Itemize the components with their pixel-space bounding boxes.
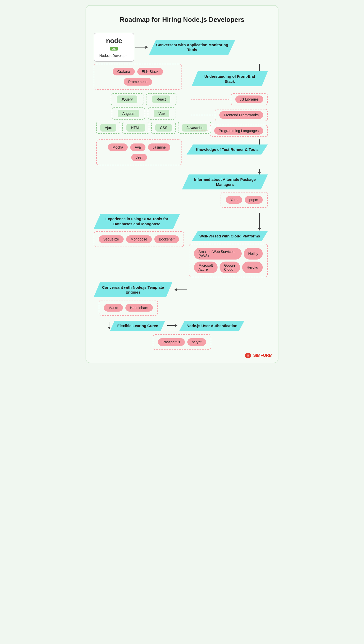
pill-bookshelf: Bookshelf bbox=[154, 235, 179, 243]
pill-ava: Ava bbox=[130, 143, 145, 151]
html-box: HTML bbox=[122, 122, 149, 134]
page-title: Roadmap for Hiring Node.js Developers bbox=[94, 16, 270, 24]
frameworks-box: Frontend Frameworks bbox=[215, 109, 268, 121]
jslibs: JS Libraries bbox=[235, 95, 263, 103]
flexible-para: Flexible Learing Curve bbox=[110, 321, 165, 331]
packages-pills: Yarn pnpm bbox=[221, 192, 268, 208]
pill-mocha: Mocha bbox=[108, 143, 128, 151]
jslibs-box: JS Libraries bbox=[231, 93, 268, 105]
nodejs-label: Node.js Developer bbox=[99, 54, 128, 58]
svg-text:S: S bbox=[247, 354, 249, 357]
template-pills: Marko Handlebars bbox=[99, 300, 158, 316]
jquery: JQuery bbox=[117, 95, 137, 103]
pill-bcrypt: bcrypt bbox=[187, 338, 206, 346]
vue-box: Vue bbox=[148, 107, 175, 120]
simform-icon: S bbox=[244, 352, 252, 359]
frameworks: Frontend Frameworks bbox=[219, 111, 263, 119]
monitoring-pills: Grafana ELK Stack Prometheus bbox=[94, 64, 182, 90]
proglang: Programming Languages bbox=[214, 127, 263, 135]
nodejs-box: node JS Node.js Developer bbox=[94, 33, 134, 62]
html: HTML bbox=[126, 124, 145, 132]
pill-prometheus: Prometheus bbox=[124, 78, 152, 86]
auth-pills: Passport.js bcrypt bbox=[153, 334, 211, 350]
angular-box: Angular bbox=[112, 107, 145, 120]
testrunner-para: Knowledge of Test Runner & Tools bbox=[187, 144, 268, 155]
css-box: CSS bbox=[151, 122, 176, 134]
react: React bbox=[152, 95, 171, 103]
orm-pills: Sequelize Mongoose Bookshelf bbox=[94, 231, 184, 247]
pill-sequelize: Sequelize bbox=[99, 235, 124, 243]
simform-logo: S SIMFORM bbox=[244, 352, 272, 359]
pill-heroku: Heroku bbox=[242, 262, 263, 273]
diagram: node JS Node.js Developer Conversant wit… bbox=[94, 33, 270, 350]
simform-text: SIMFORM bbox=[253, 353, 272, 358]
pill-googlecloud: Google Cloud bbox=[220, 262, 240, 273]
css: CSS bbox=[155, 124, 172, 132]
jquery-box: JQuery bbox=[111, 93, 143, 105]
ajax-box: Ajax bbox=[96, 122, 120, 134]
cloud-pills: Amazon Web Services (AWS) Netlify Micros… bbox=[189, 244, 268, 277]
testrunner-pills: Mocha Ava Jasmine Jest bbox=[96, 139, 182, 165]
react-box: React bbox=[146, 93, 177, 105]
pill-elkstack: ELK Stack bbox=[137, 68, 163, 75]
pill-jasmine: Jasmine bbox=[148, 143, 170, 151]
pill-handlebars: Handlebars bbox=[125, 304, 153, 312]
template-para: Conversant with Node.js Template Engines bbox=[94, 282, 172, 297]
pill-azure: Microsoft Azure bbox=[194, 262, 218, 273]
pill-jest: Jest bbox=[131, 154, 147, 161]
pill-netlify: Netlify bbox=[244, 248, 263, 260]
cloud-para: Well-Versed with Cloud Platforms bbox=[192, 231, 268, 241]
vue: Vue bbox=[154, 110, 169, 117]
packages-para: Informed about Alternate Package Manager… bbox=[182, 174, 268, 189]
frontend-para: Understanding of Front-End Stack bbox=[192, 71, 268, 86]
page-wrapper: Roadmap for Hiring Node.js Developers no… bbox=[86, 5, 278, 363]
angular: Angular bbox=[118, 110, 139, 117]
pill-pnpm: pnpm bbox=[245, 196, 263, 204]
orm-para: Experience in using ORM Tools for Databa… bbox=[94, 214, 180, 229]
pill-mongoose: Mongoose bbox=[126, 235, 152, 243]
pill-yarn: Yarn bbox=[226, 196, 242, 204]
pill-marko: Marko bbox=[104, 304, 123, 312]
pill-grafana: Grafana bbox=[113, 68, 135, 75]
monitoring-para: Conversant with Application Monitoring T… bbox=[149, 40, 235, 55]
pill-passportjs: Passport.js bbox=[158, 338, 185, 346]
ajax: Ajax bbox=[100, 124, 116, 132]
proglang-box: Programming Languages bbox=[210, 125, 268, 137]
auth-para: Node.js User Authentication bbox=[179, 321, 244, 331]
pill-aws: Amazon Web Services (AWS) bbox=[194, 248, 242, 260]
